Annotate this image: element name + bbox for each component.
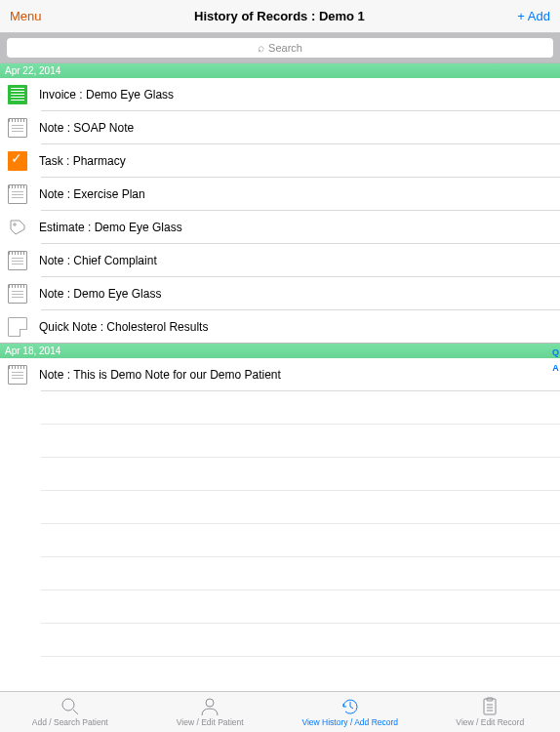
record-label: Note : Exercise Plan (39, 187, 145, 201)
record-label: Quick Note : Cholesterol Results (39, 320, 208, 334)
svg-line-2 (73, 710, 78, 714)
list-item[interactable]: Task : Pharmacy (0, 144, 560, 177)
side-index[interactable]: Q A (552, 347, 559, 373)
note-icon (8, 184, 27, 204)
record-label: Note : Chief Complaint (39, 254, 157, 267)
tab-label: View / Edit Patient (177, 717, 244, 727)
list-item[interactable]: Note : Exercise Plan (0, 178, 560, 210)
note-icon (8, 118, 27, 138)
note-icon (8, 284, 27, 304)
tab-label: Add / Search Patient (32, 717, 108, 727)
record-label: Task : Pharmacy (39, 154, 126, 168)
quick-note-icon (8, 317, 27, 337)
task-icon (8, 151, 27, 171)
list-item[interactable]: Note : This is Demo Note for our Demo Pa… (0, 358, 560, 390)
note-icon (8, 251, 27, 270)
tab-view-edit-patient[interactable]: View / Edit Patient (140, 692, 281, 732)
list-item[interactable]: Quick Note : Cholesterol Results (0, 310, 560, 343)
search-bar-container: Search (0, 33, 560, 62)
record-icon (479, 697, 500, 716)
tab-bar: Add / Search Patient View / Edit Patient… (0, 691, 560, 732)
header-bar: Menu History of Records : Demo 1 + Add (0, 0, 560, 33)
index-letter[interactable]: A (552, 363, 559, 373)
list-item[interactable]: Invoice : Demo Eye Glass (0, 78, 560, 110)
list-item[interactable]: Estimate : Demo Eye Glass (0, 211, 560, 243)
search-placeholder: Search (268, 42, 302, 54)
tab-label: View / Edit Record (456, 717, 524, 727)
tab-view-history-add-record[interactable]: View History / Add Record (280, 692, 420, 732)
index-letter[interactable]: Q (552, 347, 559, 357)
history-icon (340, 697, 361, 716)
list-item[interactable]: Note : Chief Complaint (0, 244, 560, 276)
search-icon (60, 697, 81, 716)
note-icon (8, 365, 27, 385)
menu-button[interactable]: Menu (10, 9, 42, 23)
add-button[interactable]: + Add (517, 9, 550, 23)
record-label: Note : SOAP Note (39, 121, 134, 135)
invoice-icon (8, 85, 27, 104)
tab-add-search-patient[interactable]: Add / Search Patient (0, 692, 140, 732)
estimate-icon (8, 218, 27, 237)
svg-point-0 (14, 223, 16, 224)
list-item[interactable]: Note : Demo Eye Glass (0, 277, 560, 309)
empty-rows (0, 424, 560, 657)
tab-view-edit-record[interactable]: View / Edit Record (420, 692, 561, 732)
section-header: Apr 18, 2014 (0, 343, 560, 358)
record-label: Note : Demo Eye Glass (39, 287, 161, 301)
record-label: Estimate : Demo Eye Glass (39, 221, 182, 234)
page-title: History of Records : Demo 1 (194, 9, 365, 23)
search-icon (258, 41, 268, 55)
record-label: Invoice : Demo Eye Glass (39, 88, 174, 102)
search-input[interactable]: Search (7, 38, 553, 58)
list-item[interactable]: Note : SOAP Note (0, 111, 560, 143)
svg-point-3 (206, 699, 214, 707)
person-icon (199, 697, 220, 716)
section-header: Apr 22, 2014 (0, 62, 560, 78)
tab-label: View History / Add Record (301, 717, 398, 727)
record-label: Note : This is Demo Note for our Demo Pa… (39, 368, 281, 382)
svg-point-1 (62, 699, 74, 711)
